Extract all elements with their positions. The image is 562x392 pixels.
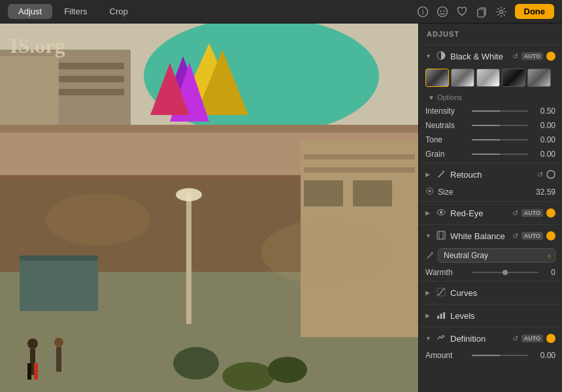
svg-text:i: i xyxy=(422,8,423,16)
divider-1 xyxy=(419,44,562,45)
section-retouch[interactable]: ▶ Retouch ↺ xyxy=(419,165,562,184)
tab-filters[interactable]: Filters xyxy=(54,4,97,19)
definition-reset-icon[interactable]: ↺ xyxy=(512,335,518,343)
bw-thumbnails xyxy=(419,66,562,92)
heart-button[interactable] xyxy=(456,6,468,18)
svg-rect-20 xyxy=(0,125,418,133)
divider-4 xyxy=(419,224,562,225)
expand-icon-definition: ▼ xyxy=(425,335,432,342)
redeye-toggle[interactable] xyxy=(546,208,555,218)
svg-rect-27 xyxy=(20,255,98,261)
svg-rect-40 xyxy=(304,154,415,159)
svg-rect-26 xyxy=(20,259,98,311)
wb-title: White Balance xyxy=(450,231,508,241)
settings-button[interactable] xyxy=(495,6,507,18)
divider-6 xyxy=(419,304,562,304)
svg-point-52 xyxy=(440,211,442,214)
bw-reset-icon[interactable]: ↺ xyxy=(512,52,518,61)
tone-slider[interactable] xyxy=(472,139,528,140)
retouch-toggle[interactable] xyxy=(546,170,555,179)
grain-row: Grain 0.00 xyxy=(419,147,562,161)
tone-value: 0.00 xyxy=(532,135,555,144)
grain-label: Grain xyxy=(425,150,468,159)
bw-auto-badge[interactable]: AUTO xyxy=(521,52,543,60)
retouch-icon xyxy=(436,169,446,180)
emoji-button[interactable] xyxy=(437,6,448,18)
intensity-row: Intensity 0.50 xyxy=(419,104,562,118)
intensity-slider[interactable] xyxy=(472,110,528,112)
grain-slider[interactable] xyxy=(472,154,528,155)
wb-select[interactable]: Neutral Gray Auto Sunny Cloudy Shade Inc… xyxy=(438,248,555,263)
tone-row: Tone 0.00 xyxy=(419,133,562,147)
bw-title: Black & White xyxy=(450,52,508,61)
section-levels[interactable]: ▶ Levels xyxy=(419,306,562,325)
wb-reset-icon[interactable]: ↺ xyxy=(512,232,518,240)
svg-rect-28 xyxy=(186,193,191,324)
amount-value: 0.00 xyxy=(532,351,555,360)
svg-point-30 xyxy=(27,338,38,349)
duplicate-button[interactable] xyxy=(476,6,488,18)
red-eye-icon xyxy=(436,208,446,219)
tone-label: Tone xyxy=(425,135,468,144)
wb-auto-badge[interactable]: AUTO xyxy=(521,232,543,240)
neutrals-label: Neutrals xyxy=(425,121,468,130)
svg-rect-60 xyxy=(443,312,445,319)
bw-thumb-5[interactable] xyxy=(527,69,551,87)
svg-point-50 xyxy=(429,190,431,193)
expand-icon-retouch: ▶ xyxy=(425,171,432,178)
definition-auto-badge[interactable]: AUTO xyxy=(521,335,543,342)
curves-title: Curves xyxy=(450,288,555,298)
svg-point-46 xyxy=(46,193,150,246)
tab-crop[interactable]: Crop xyxy=(99,4,139,19)
redeye-auto-badge[interactable]: AUTO xyxy=(521,209,543,217)
tab-adjust[interactable]: Adjust xyxy=(8,4,52,19)
svg-point-29 xyxy=(176,188,202,201)
svg-text:IS.org: IS.org xyxy=(10,34,65,57)
bw-thumb-2[interactable] xyxy=(451,69,474,87)
bw-controls: ↺ AUTO xyxy=(512,52,555,61)
bw-thumb-4[interactable] xyxy=(502,69,525,87)
definition-title: Definition xyxy=(450,334,508,344)
bw-thumb-1[interactable] xyxy=(425,69,449,87)
wb-select-wrapper[interactable]: Neutral Gray Auto Sunny Cloudy Shade Inc… xyxy=(438,248,555,263)
expand-icon-bw: ▼ xyxy=(425,53,432,59)
amount-slider[interactable] xyxy=(472,355,528,356)
warmth-slider[interactable] xyxy=(472,272,538,273)
toolbar-right: i Done xyxy=(417,4,555,19)
svg-point-56 xyxy=(431,252,433,254)
divider-3 xyxy=(419,201,562,202)
wb-icon xyxy=(436,231,446,242)
definition-toggle[interactable] xyxy=(546,334,555,343)
svg-point-3 xyxy=(440,10,441,12)
warmth-label: Warmth xyxy=(425,268,468,277)
retouch-controls: ↺ xyxy=(537,170,555,179)
retouch-reset-icon[interactable]: ↺ xyxy=(537,171,543,179)
tab-group: Adjust Filters Crop xyxy=(8,4,139,19)
divider-7 xyxy=(419,327,562,327)
neutrals-slider[interactable] xyxy=(472,125,528,126)
svg-point-2 xyxy=(437,7,447,16)
bw-toggle[interactable] xyxy=(546,52,555,61)
expand-icon-redeye: ▶ xyxy=(425,210,432,216)
section-white-balance[interactable]: ▼ White Balance ↺ AUTO xyxy=(419,226,562,246)
expand-icon-options: ▼ xyxy=(428,94,435,101)
intensity-value: 0.50 xyxy=(532,106,555,116)
image-canvas: IS.org xyxy=(0,24,418,392)
done-button[interactable]: Done xyxy=(515,4,555,19)
main-area: IS.org ADJUST ▼ Black & White ↺ AUTO xyxy=(0,24,562,392)
expand-icon-levels: ▶ xyxy=(425,312,432,319)
size-row: Size 32.59 xyxy=(419,184,562,200)
bw-icon xyxy=(436,51,446,62)
svg-rect-53 xyxy=(437,231,445,239)
section-red-eye[interactable]: ▶ Red-Eye ↺ AUTO xyxy=(419,203,562,223)
info-button[interactable]: i xyxy=(417,6,429,18)
section-black-white[interactable]: ▼ Black & White ↺ AUTO xyxy=(419,46,562,66)
wb-toggle[interactable] xyxy=(546,231,555,240)
section-curves[interactable]: ▶ Curves xyxy=(419,283,562,302)
grain-value: 0.00 xyxy=(532,150,555,159)
svg-rect-5 xyxy=(478,9,484,17)
svg-point-34 xyxy=(54,338,63,347)
bw-thumb-3[interactable] xyxy=(476,69,500,87)
section-definition[interactable]: ▼ Definition ↺ AUTO xyxy=(419,329,562,348)
redeye-reset-icon[interactable]: ↺ xyxy=(512,209,518,218)
